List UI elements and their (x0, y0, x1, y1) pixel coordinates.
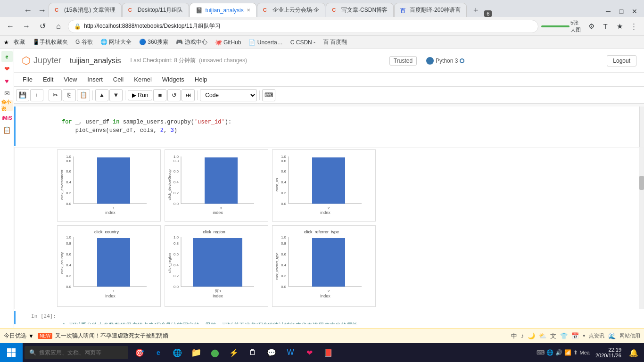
bottom-icon-zh[interactable]: 中 (511, 332, 517, 340)
bookmark-urls[interactable]: 🌐 网址大全 (98, 37, 134, 47)
bookmark-google[interactable]: G 谷歌 (73, 37, 96, 47)
bookmark-csdn[interactable]: C CSDN - (288, 38, 318, 47)
tray-icon-vol[interactable]: 🔊 (555, 349, 562, 356)
sidebar-icon-1[interactable]: e (1, 51, 13, 62)
taskbar-icon-cortana[interactable]: 🎯 (130, 343, 149, 362)
extensions-icon[interactable]: ⚙ (585, 20, 598, 33)
start-button[interactable] (0, 343, 23, 362)
cut-cell-button[interactable]: ✂ (49, 89, 62, 101)
sidebar-icon-6[interactable]: iMiS (1, 112, 13, 123)
logout-button[interactable]: Logout (607, 55, 636, 66)
browser-forward-icon[interactable]: → (35, 4, 49, 17)
minimize-button[interactable]: ─ (603, 6, 614, 17)
tab-6[interactable]: 百 百度翻译-200种语言 (394, 3, 467, 17)
bottom-icon-news[interactable]: 点资讯 (589, 332, 604, 339)
tray-icon-update[interactable]: ⬆ (573, 349, 578, 356)
tab-2[interactable]: C Desktop/11月组队 (122, 3, 190, 17)
copy-cell-button[interactable]: ⎘ (63, 89, 76, 101)
address-text[interactable]: http://localhost:8888/notebooks/Desktop/… (84, 22, 221, 30)
sidebar-icon-3[interactable]: ♥ (1, 75, 13, 87)
taskbar-search[interactable]: 🔍 (25, 346, 128, 359)
bookmark-uncerta[interactable]: 📄 Uncerta… (246, 38, 285, 47)
menu-icon[interactable]: ⋮ (627, 20, 640, 33)
bookmark-mobile[interactable]: 📱手机收藏夹 (30, 37, 71, 47)
menu-edit[interactable]: Edit (38, 74, 58, 84)
chart-scrollbar[interactable] (639, 148, 644, 309)
trusted-badge[interactable]: Trusted (389, 56, 417, 66)
bookmark-icon[interactable]: ★ (613, 20, 626, 33)
menu-help[interactable]: Help (190, 74, 212, 84)
maximize-button[interactable]: □ (616, 6, 627, 17)
bookmark-github[interactable]: 🐙 GitHub (212, 38, 244, 47)
menu-widgets[interactable]: Widgets (157, 74, 189, 84)
tab-1[interactable]: C (15条消息) 文章管理 (49, 3, 122, 17)
move-down-button[interactable]: ▼ (109, 89, 123, 101)
menu-insert[interactable]: Insert (83, 74, 107, 84)
zoom-button[interactable]: 5张大图 (570, 20, 584, 33)
bottom-icon-weather[interactable]: ⛅ (539, 332, 546, 339)
tray-icon-keyboard[interactable]: ⌨ (537, 349, 545, 356)
sidebar-icon-4[interactable]: ✉ (1, 88, 13, 99)
tab-3-active[interactable]: 📓 tuijian_analysis ✕ (190, 3, 256, 17)
bottom-icon-calendar[interactable]: 📅 (571, 332, 579, 339)
tab-4[interactable]: C 企业上云分会场·企 (257, 3, 325, 17)
bottom-icon-moon[interactable]: 🌙 (528, 332, 535, 339)
paste-cell-button[interactable]: 📋 (77, 89, 90, 101)
translate-icon[interactable]: T (599, 20, 612, 33)
new-tab-button[interactable]: + (469, 4, 482, 17)
taskbar-icon-app2[interactable]: 🗒 (243, 343, 262, 362)
bookmark-baidu[interactable]: 百 百度翻 (320, 37, 350, 47)
taskbar-icon-edge[interactable]: e (149, 343, 168, 362)
search-input[interactable] (39, 349, 115, 356)
forward-button[interactable]: → (20, 20, 33, 33)
menu-cell[interactable]: Cell (108, 74, 128, 84)
menu-file[interactable]: File (18, 74, 37, 84)
taskbar-icon-folder[interactable]: 📁 (187, 343, 206, 362)
menu-kernel[interactable]: Kernel (129, 74, 157, 84)
notifications-button[interactable]: 🔔 (627, 348, 640, 357)
bottom-icon-music[interactable]: ♪ (521, 332, 524, 339)
back-button[interactable]: ← (4, 20, 17, 33)
dropdown-icon[interactable]: ▼ (28, 333, 34, 339)
add-cell-button[interactable]: + (30, 89, 43, 101)
save-button[interactable]: 💾 (16, 89, 29, 101)
notebook-name[interactable]: tuijian_analysis (70, 57, 121, 65)
taskbar-icon-chrome[interactable]: ⬤ (206, 343, 224, 362)
tab-5[interactable]: C 写文章-CSDN博客 (326, 3, 394, 17)
browser-back-icon[interactable]: ← (21, 4, 34, 17)
taskbar-icon-app4[interactable]: W (281, 343, 300, 362)
bottom-bar-select[interactable]: 今日优选 ▼ (4, 332, 34, 340)
sidebar-icon-5[interactable]: 免小说 (1, 100, 13, 111)
sidebar-icon-2[interactable]: ❤ (1, 63, 13, 74)
bookmark-favorites[interactable]: 收藏 (11, 37, 28, 47)
tab-3-close[interactable]: ✕ (247, 8, 250, 13)
cell-24-content[interactable]: # 可以看出给大多数数的用户的点击环境是比较固定的。思路：可以基于这些环境的统计… (58, 311, 644, 324)
taskbar-icon-app3[interactable]: 💬 (262, 343, 281, 362)
stop-button[interactable]: ■ (153, 89, 166, 101)
move-up-button[interactable]: ▲ (95, 89, 108, 101)
taskbar-icon-app1[interactable]: ⚡ (224, 343, 243, 362)
run-button[interactable]: ▶ Run (128, 90, 152, 100)
menu-view[interactable]: View (59, 74, 82, 84)
keyboard-button[interactable]: ⌨ (262, 89, 275, 101)
tray-icon-mea[interactable]: Mea (580, 350, 590, 355)
bookmark-games[interactable]: 🎮 游戏中心 (173, 37, 210, 47)
bottom-icon-shirt[interactable]: 👕 (560, 332, 568, 339)
restart-run-button[interactable]: ⏭ (182, 89, 195, 101)
taskbar-icon-app5[interactable]: ❤ (300, 343, 319, 362)
tray-icon-globe[interactable]: 🌐 (546, 349, 553, 356)
taskbar-icon-ie[interactable]: 🌐 (168, 343, 187, 362)
taskbar-icon-app6[interactable]: 📕 (319, 343, 338, 362)
sidebar-icon-7[interactable]: 📋 (1, 124, 13, 136)
close-button[interactable]: ✕ (629, 6, 640, 17)
bottom-icon-wave[interactable]: 🌊 (608, 332, 616, 339)
tray-icon-net[interactable]: 📶 (564, 349, 571, 356)
bottom-icon-text[interactable]: 文 (550, 332, 556, 340)
taskbar-clock[interactable]: 22:19 2020/11/26 (592, 347, 625, 358)
cell-type-select[interactable]: Code Markdown Raw NBConvert (200, 89, 257, 101)
restart-button[interactable]: ↺ (167, 89, 181, 101)
home-button[interactable]: ⌂ (52, 20, 65, 33)
refresh-button[interactable]: ↺ (36, 20, 49, 33)
bottom-icon-credit[interactable]: 网站信用 (619, 332, 640, 339)
bookmark-360[interactable]: 🔵 360搜索 (136, 37, 171, 47)
